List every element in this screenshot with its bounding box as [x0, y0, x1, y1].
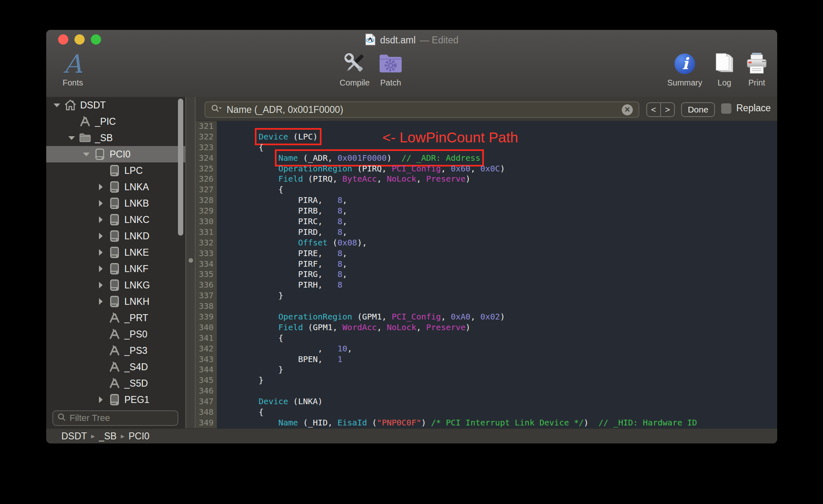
code-line[interactable]: 348 {: [217, 407, 777, 418]
line-number: 335: [196, 269, 214, 280]
disclosure-triangle-icon[interactable]: [67, 135, 77, 141]
code-line[interactable]: 334 PIRF, 8,: [217, 259, 777, 270]
tree-item-lnkg[interactable]: LNKG: [46, 277, 185, 293]
code-line[interactable]: 331 PIRD, 8,: [217, 227, 777, 238]
clear-search-icon[interactable]: ✕: [622, 104, 633, 115]
tree-item-_ps3[interactable]: _PS3: [46, 342, 185, 359]
breadcrumb-item[interactable]: DSDT: [61, 431, 87, 442]
tree-item-_prt[interactable]: _PRT: [46, 310, 185, 326]
replace-checkbox[interactable]: [721, 104, 731, 114]
disclosure-triangle-icon[interactable]: [97, 396, 106, 403]
code-line[interactable]: 340 Field (GPM1, WordAcc, NoLock, Preser…: [217, 322, 777, 333]
splitter-handle-icon: [189, 258, 193, 263]
find-previous-button[interactable]: <: [647, 103, 661, 116]
code-line[interactable]: 323 {: [217, 142, 777, 153]
code-line[interactable]: 328 PIRA, 8,: [217, 195, 777, 206]
code-line-text: }: [217, 375, 263, 386]
tree-item-label: LNKB: [124, 198, 149, 209]
tree-item-label: PEG1: [124, 394, 149, 405]
code-line[interactable]: 339 OperationRegion (GPM1, PCI_Config, 0…: [217, 312, 777, 322]
tree-item-_pic[interactable]: _PIC: [46, 113, 185, 130]
code-line[interactable]: 338: [217, 301, 777, 312]
code-line-text: PIRG, 8,: [217, 269, 347, 280]
document-icon: [365, 33, 376, 47]
code-line[interactable]: 346: [217, 386, 777, 396]
disclosure-triangle-icon[interactable]: [97, 200, 106, 207]
disclosure-triangle-icon[interactable]: [97, 216, 106, 223]
code-line-text: PIRB, 8,: [217, 206, 347, 216]
tree-item-_ps0[interactable]: _PS0: [46, 326, 185, 342]
line-number: 325: [196, 164, 214, 174]
code-line[interactable]: 341 {: [217, 333, 777, 344]
find-next-button[interactable]: >: [661, 103, 674, 116]
code-line[interactable]: 327 {: [217, 184, 777, 195]
code-line-text: Device (LNKA): [217, 396, 323, 407]
disclosure-triangle-icon[interactable]: [52, 102, 62, 108]
disclosure-triangle-icon[interactable]: [82, 151, 92, 158]
print-button[interactable]: Print: [738, 47, 775, 92]
tree-item-lnka[interactable]: LNKA: [46, 179, 185, 195]
tree-item-peg1[interactable]: PEG1: [46, 392, 185, 408]
code-line[interactable]: 330 PIRC, 8,: [217, 216, 777, 227]
code-line[interactable]: 343 BPEN, 1: [217, 354, 777, 365]
tree-item-dsdt[interactable]: DSDT: [46, 97, 185, 113]
log-button[interactable]: Log: [708, 47, 741, 92]
tree-item-lnke[interactable]: LNKE: [46, 244, 185, 261]
code-line[interactable]: 324 Name (_ADR, 0x001F0000) // _ADR: Add…: [217, 153, 777, 164]
tree-item-_s5d[interactable]: _S5D: [46, 375, 185, 392]
filter-placeholder: Filter Tree: [70, 413, 110, 423]
patch-button[interactable]: Patch: [370, 47, 411, 92]
fonts-button[interactable]: A Fonts: [54, 47, 91, 92]
code-line[interactable]: 326 Field (PIRQ, ByteAcc, NoLock, Preser…: [217, 174, 777, 184]
disclosure-triangle-icon[interactable]: [97, 298, 106, 305]
code-line[interactable]: 329 PIRB, 8,: [217, 206, 777, 216]
tree-item-_sb[interactable]: _SB: [46, 130, 185, 146]
breadcrumb-item[interactable]: _SB: [99, 431, 117, 442]
tree-item-lnkb[interactable]: LNKB: [46, 195, 185, 212]
code-line[interactable]: 325 OperationRegion (PIRQ, PCI_Config, 0…: [217, 164, 777, 174]
tree-item-lnkh[interactable]: LNKH: [46, 293, 185, 310]
tree-item-lnkf[interactable]: LNKF: [46, 261, 185, 277]
breadcrumb-item[interactable]: PCI0: [128, 431, 149, 442]
summary-button[interactable]: i Summary: [662, 47, 707, 92]
code-line-text: {: [217, 142, 263, 153]
code-line-text: PIRH, 8: [217, 280, 342, 290]
annotation-red-box: Name (_ADR, 0x001F0000) // _ADR: Address: [279, 153, 481, 163]
replace-label: Replace: [736, 103, 771, 114]
code-line[interactable]: 335 PIRG, 8,: [217, 269, 777, 280]
code-line[interactable]: 322 Device (LPC)<- LowPinCount Path: [217, 132, 777, 142]
compile-label: Compile: [340, 78, 369, 88]
code-line-text: {: [217, 333, 283, 344]
code-line[interactable]: 347 Device (LNKA): [217, 396, 777, 407]
code-line[interactable]: 336 PIRH, 8: [217, 280, 777, 290]
sidebar-scrollbar[interactable]: [178, 99, 183, 236]
find-input[interactable]: Name (_ADR, 0x001F0000) ✕: [205, 101, 639, 118]
tree-item-label: LNKG: [124, 280, 150, 291]
code-line[interactable]: 349 Name (_HID, EisaId ("PNP0C0F") /* PC…: [217, 418, 777, 428]
tree-item-lpc[interactable]: LPC: [46, 162, 185, 179]
pane-splitter[interactable]: [185, 97, 196, 428]
disclosure-triangle-icon[interactable]: [97, 282, 106, 288]
code-editor[interactable]: 321322 Device (LPC)<- LowPinCount Path32…: [196, 121, 777, 428]
filter-tree-input[interactable]: Filter Tree: [52, 410, 178, 426]
summary-label: Summary: [667, 78, 702, 88]
done-button[interactable]: Done: [681, 102, 715, 117]
code-line[interactable]: 344 }: [217, 364, 777, 375]
tree-item-_s4d[interactable]: _S4D: [46, 359, 185, 375]
tree-item-pci0[interactable]: PCI0: [46, 146, 185, 162]
code-line[interactable]: 345 }: [217, 375, 777, 386]
disclosure-triangle-icon[interactable]: [97, 233, 106, 239]
tree-item-label: _SB: [95, 133, 112, 144]
disclosure-triangle-icon[interactable]: [97, 266, 106, 272]
tree-item-lnkd[interactable]: LNKD: [46, 228, 185, 244]
code-line[interactable]: 333 PIRE, 8,: [217, 248, 777, 259]
tree-item-lnkc[interactable]: LNKC: [46, 212, 185, 228]
title-toolbar: dsdt.aml — Edited A Fonts: [46, 30, 777, 97]
code-line[interactable]: 342 , 10,: [217, 344, 777, 354]
disclosure-triangle-icon[interactable]: [97, 184, 106, 190]
code-line[interactable]: 332 Offset (0x08),: [217, 238, 777, 248]
code-line[interactable]: 337 }: [217, 290, 777, 301]
disclosure-triangle-icon[interactable]: [97, 249, 106, 256]
code-line-text: PIRE, 8,: [217, 248, 347, 259]
line-number: 321: [196, 121, 214, 132]
